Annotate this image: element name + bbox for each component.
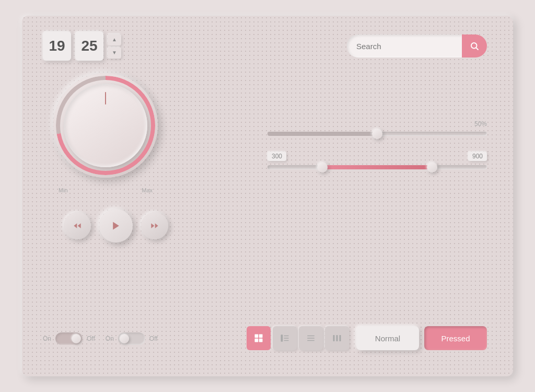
time-arrow-down[interactable]: ▼ xyxy=(108,47,121,59)
svg-point-0 xyxy=(471,43,477,49)
time-arrows: ▲ ▼ xyxy=(108,34,121,59)
slider2-thumb-right[interactable] xyxy=(427,162,437,172)
search-icon xyxy=(470,41,479,51)
knob-ring xyxy=(56,76,155,175)
search-section xyxy=(347,34,487,57)
main-container: 19 25 ▲ ▼ Min Max xyxy=(22,16,513,376)
grid-icon xyxy=(254,333,263,343)
search-button[interactable] xyxy=(462,34,487,57)
list-icon xyxy=(306,333,316,343)
svg-marker-5 xyxy=(151,223,154,228)
slider1-label: 50% xyxy=(268,120,487,128)
slider-group-2: 300 900 xyxy=(268,152,487,169)
svg-rect-18 xyxy=(333,335,335,341)
svg-marker-3 xyxy=(78,223,81,228)
view-grid-button[interactable] xyxy=(247,326,271,350)
time-minutes: 25 xyxy=(75,31,103,61)
toggle2-on-label: On xyxy=(106,335,114,342)
svg-rect-19 xyxy=(336,335,338,341)
range-labels: 300 900 xyxy=(268,152,487,161)
svg-marker-6 xyxy=(155,223,158,228)
forward-button[interactable] xyxy=(141,212,168,239)
rewind-icon xyxy=(73,222,82,230)
svg-marker-4 xyxy=(113,222,119,230)
view-icons-section xyxy=(247,326,349,350)
knob-section: Min Max xyxy=(53,73,158,178)
slider2-range-fill xyxy=(322,165,432,169)
svg-rect-10 xyxy=(259,339,263,342)
svg-rect-20 xyxy=(340,335,341,341)
knob-min-label: Min xyxy=(59,187,68,193)
sliders-section: 50% 300 900 xyxy=(268,120,487,185)
range-min-badge: 300 xyxy=(268,152,286,161)
knob-outer[interactable] xyxy=(53,73,158,178)
slider1-thumb[interactable] xyxy=(372,129,382,139)
knob-max-label: Max xyxy=(142,187,153,193)
slider-group-1: 50% xyxy=(268,120,487,136)
time-hours: 19 xyxy=(43,31,71,61)
search-input[interactable] xyxy=(347,34,462,57)
slider1-fill xyxy=(268,132,377,136)
range-max-badge: 900 xyxy=(468,152,487,161)
toggle1[interactable] xyxy=(55,332,83,345)
toggles-section: On Off On Off xyxy=(43,332,158,345)
rewind-button[interactable] xyxy=(64,212,91,239)
time-arrow-up[interactable]: ▲ xyxy=(108,34,121,45)
toggle2-off-label: Off xyxy=(149,335,158,342)
view-list-button[interactable] xyxy=(299,326,323,350)
toggle2[interactable] xyxy=(118,332,145,345)
knob-labels: Min Max xyxy=(53,187,158,193)
toggle1-on-label: On xyxy=(43,335,51,342)
view-bar-button[interactable] xyxy=(325,326,349,350)
svg-line-1 xyxy=(476,48,478,50)
pressed-button[interactable]: Pressed xyxy=(424,326,487,350)
toggle1-thumb xyxy=(72,334,81,343)
bar-icon xyxy=(332,333,342,343)
forward-icon xyxy=(150,222,159,230)
svg-marker-2 xyxy=(74,223,77,228)
play-icon xyxy=(111,221,121,231)
time-display: 19 25 ▲ ▼ xyxy=(43,31,121,61)
state-buttons-section: Normal Pressed xyxy=(356,326,487,350)
svg-rect-11 xyxy=(281,335,283,342)
play-button[interactable] xyxy=(99,209,133,243)
slider2-thumb-left[interactable] xyxy=(317,162,328,172)
toggle1-off-label: Off xyxy=(87,335,95,342)
svg-rect-9 xyxy=(255,339,259,342)
slider2-track[interactable] xyxy=(268,165,487,169)
svg-rect-8 xyxy=(259,335,263,338)
normal-button[interactable]: Normal xyxy=(356,326,419,350)
media-controls xyxy=(64,209,168,243)
list-detail-icon xyxy=(280,333,289,343)
toggle2-thumb xyxy=(120,334,129,343)
svg-rect-7 xyxy=(255,335,259,338)
view-list-detail-button[interactable] xyxy=(273,326,297,350)
slider1-track[interactable] xyxy=(268,132,487,136)
